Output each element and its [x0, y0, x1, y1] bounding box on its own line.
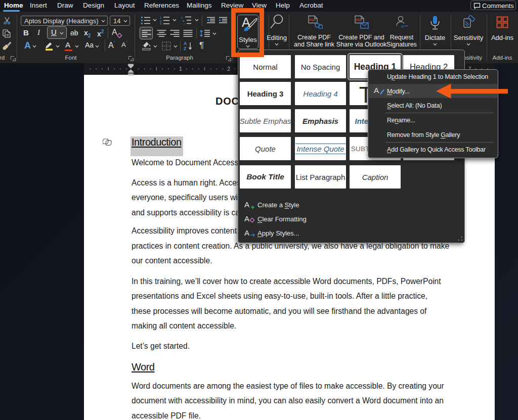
- svg-text:i: i: [184, 22, 185, 25]
- svg-text:1: 1: [179, 66, 182, 72]
- svg-text:A: A: [244, 229, 249, 237]
- svg-text:1: 1: [160, 16, 162, 19]
- svg-text:A: A: [184, 41, 187, 46]
- svg-text:PDF: PDF: [309, 18, 316, 22]
- svg-text:2: 2: [227, 66, 230, 72]
- svg-text:A: A: [244, 201, 249, 209]
- svg-text:A: A: [244, 215, 249, 223]
- svg-text:PDF: PDF: [356, 18, 362, 22]
- svg-text:1: 1: [181, 16, 183, 19]
- svg-text:3: 3: [160, 22, 162, 25]
- svg-text:Z: Z: [184, 46, 187, 51]
- svg-text:A: A: [374, 86, 379, 95]
- svg-text:x: x: [401, 24, 404, 29]
